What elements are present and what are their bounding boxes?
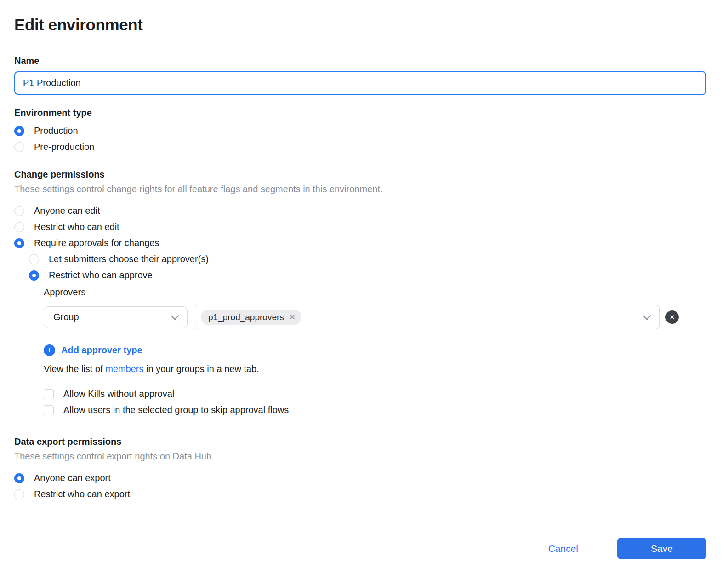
add-approver-type-link[interactable]: + Add approver type bbox=[44, 344, 706, 356]
radio-label: Let submitters choose their approver(s) bbox=[49, 254, 209, 264]
checkbox-icon[interactable] bbox=[44, 405, 54, 415]
members-note-suffix: in your groups in a new tab. bbox=[144, 364, 259, 374]
data-export-description: These settings control export rights on … bbox=[14, 451, 706, 462]
radio-label: Restrict who can export bbox=[34, 489, 130, 499]
radio-label: Production bbox=[34, 126, 78, 136]
radio-icon[interactable] bbox=[14, 222, 24, 232]
name-label: Name bbox=[14, 56, 706, 66]
radio-restrict-who-can-export[interactable]: Restrict who can export bbox=[14, 486, 706, 502]
page-title: Edit environment bbox=[14, 15, 706, 34]
radio-label: Restrict who can edit bbox=[34, 222, 119, 232]
save-button[interactable]: Save bbox=[617, 538, 706, 559]
radio-label: Anyone can export bbox=[34, 473, 111, 483]
members-note: View the list of members in your groups … bbox=[44, 364, 706, 374]
checkbox-skip-approval-flows[interactable]: Allow users in the selected group to ski… bbox=[44, 402, 706, 418]
change-permissions-group: Anyone can edit Restrict who can edit Re… bbox=[14, 203, 706, 283]
edit-environment-dialog: Edit environment Name Environment type P… bbox=[0, 0, 728, 559]
chip-remove-icon[interactable]: ✕ bbox=[289, 313, 296, 321]
dialog-footer: Cancel Save bbox=[14, 538, 706, 559]
radio-pre-production[interactable]: Pre-production bbox=[14, 139, 706, 155]
data-export-permissions-label: Data export permissions bbox=[14, 436, 706, 447]
radio-require-approvals[interactable]: Require approvals for changes bbox=[14, 235, 706, 251]
add-approver-type-label: Add approver type bbox=[61, 345, 142, 356]
remove-approver-row-button[interactable]: ✕ bbox=[665, 310, 679, 324]
save-button-label: Save bbox=[651, 543, 673, 554]
radio-let-submitters-choose[interactable]: Let submitters choose their approver(s) bbox=[29, 251, 706, 267]
radio-label: Anyone can edit bbox=[34, 206, 100, 216]
checkbox-label: Allow users in the selected group to ski… bbox=[63, 405, 289, 415]
close-icon: ✕ bbox=[669, 314, 675, 321]
approver-type-select-value: Group bbox=[53, 312, 79, 322]
radio-icon[interactable] bbox=[14, 473, 24, 483]
checkbox-allow-kills[interactable]: Allow Kills without approval bbox=[44, 386, 706, 402]
approver-chip-label: p1_prod_approvers bbox=[208, 312, 284, 322]
radio-label: Require approvals for changes bbox=[34, 238, 159, 248]
radio-icon[interactable] bbox=[29, 254, 39, 264]
cancel-button[interactable]: Cancel bbox=[548, 543, 578, 554]
plus-circle-icon: + bbox=[44, 344, 55, 356]
close-icon[interactable]: ✕ bbox=[702, 0, 716, 4]
approvers-multiselect[interactable]: p1_prod_approvers ✕ bbox=[195, 305, 660, 329]
radio-icon[interactable] bbox=[29, 270, 39, 281]
chevron-down-icon bbox=[171, 311, 179, 320]
radio-anyone-can-export[interactable]: Anyone can export bbox=[14, 470, 706, 486]
checkbox-label: Allow Kills without approval bbox=[63, 389, 174, 399]
radio-anyone-can-edit[interactable]: Anyone can edit bbox=[14, 203, 706, 219]
radio-production[interactable]: Production bbox=[14, 123, 706, 139]
approvers-label: Approvers bbox=[44, 287, 706, 298]
name-input[interactable] bbox=[14, 71, 706, 95]
change-permissions-label: Change permissions bbox=[14, 169, 706, 180]
radio-label: Restrict who can approve bbox=[49, 270, 153, 281]
approver-type-select[interactable]: Group bbox=[44, 306, 188, 328]
radio-icon[interactable] bbox=[14, 126, 24, 136]
radio-restrict-who-can-approve[interactable]: Restrict who can approve bbox=[29, 267, 706, 283]
change-permissions-description: These settings control change rights for… bbox=[14, 184, 706, 195]
radio-icon[interactable] bbox=[14, 238, 24, 248]
radio-icon[interactable] bbox=[14, 206, 24, 216]
data-export-group: Anyone can export Restrict who can expor… bbox=[14, 470, 706, 502]
environment-type-label: Environment type bbox=[14, 108, 706, 118]
members-note-prefix: View the list of bbox=[44, 364, 105, 374]
approval-checkbox-group: Allow Kills without approval Allow users… bbox=[44, 386, 706, 418]
approver-chip: p1_prod_approvers ✕ bbox=[201, 310, 301, 325]
checkbox-icon[interactable] bbox=[44, 389, 54, 399]
radio-icon[interactable] bbox=[14, 142, 24, 152]
radio-icon[interactable] bbox=[14, 489, 24, 499]
approver-row: Group p1_prod_approvers ✕ ✕ bbox=[44, 305, 679, 329]
members-link[interactable]: members bbox=[105, 364, 143, 374]
radio-restrict-who-can-edit[interactable]: Restrict who can edit bbox=[14, 219, 706, 235]
environment-type-group: Production Pre-production bbox=[14, 123, 706, 155]
radio-label: Pre-production bbox=[34, 142, 94, 152]
chevron-down-icon bbox=[643, 311, 651, 320]
